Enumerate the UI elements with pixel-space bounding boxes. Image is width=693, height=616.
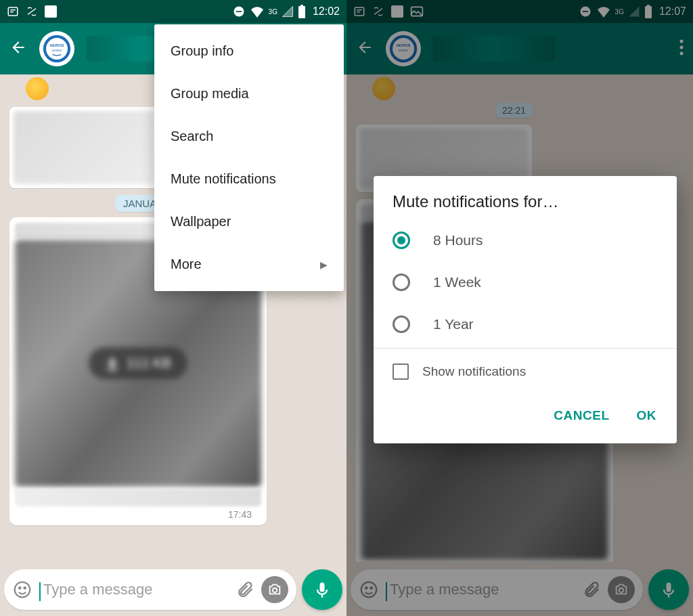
svg-point-10 bbox=[19, 587, 21, 589]
notification-icon bbox=[7, 5, 19, 18]
menu-group-media[interactable]: Group media bbox=[154, 72, 344, 115]
battery-icon bbox=[298, 5, 306, 18]
svg-text:ESSEN: ESSEN bbox=[52, 49, 62, 52]
dnd-icon bbox=[232, 5, 246, 18]
network-label: 3G bbox=[269, 9, 277, 15]
menu-mute-notifications[interactable]: Mute notifications bbox=[154, 158, 344, 200]
screenshot-left: 3G 12:02 HEROSESSEN JANUA bbox=[0, 0, 346, 616]
option-1-week[interactable]: 1 Week bbox=[374, 261, 677, 303]
svg-text:HEROS: HEROS bbox=[50, 43, 64, 47]
show-notifications-row[interactable]: Show notifications bbox=[374, 349, 677, 395]
group-avatar[interactable]: HEROSESSEN bbox=[39, 31, 74, 66]
radio-icon bbox=[393, 273, 410, 291]
option-8-hours[interactable]: 8 Hours bbox=[374, 219, 677, 261]
menu-wallpaper[interactable]: Wallpaper bbox=[154, 200, 344, 243]
status-bar: 3G 12:02 bbox=[0, 0, 346, 23]
camera-icon[interactable] bbox=[261, 576, 288, 603]
menu-group-info[interactable]: Group info bbox=[154, 30, 344, 72]
emoji-icon[interactable] bbox=[12, 579, 32, 600]
download-button[interactable]: 111 KB bbox=[89, 347, 187, 379]
message-time: 17:43 bbox=[15, 506, 261, 520]
radio-selected-icon bbox=[393, 232, 410, 249]
notification-square-icon bbox=[45, 5, 57, 18]
message-input-bar[interactable]: Type a message bbox=[4, 569, 296, 610]
option-1-year[interactable]: 1 Year bbox=[374, 303, 677, 345]
menu-search[interactable]: Search bbox=[154, 115, 344, 158]
svg-point-12 bbox=[273, 588, 277, 592]
svg-rect-2 bbox=[236, 11, 241, 12]
svg-point-11 bbox=[24, 587, 26, 589]
mute-dialog: Mute notifications for… 8 Hours 1 Week 1… bbox=[374, 176, 677, 443]
status-clock: 12:02 bbox=[313, 5, 340, 18]
download-size: 111 KB bbox=[127, 355, 171, 371]
message-bubble[interactable] bbox=[9, 107, 158, 188]
composer: Type a message bbox=[4, 569, 342, 611]
overflow-menu: Group info Group media Search Mute notif… bbox=[154, 24, 344, 291]
mic-button[interactable] bbox=[302, 569, 342, 610]
cancel-button[interactable]: CANCEL bbox=[550, 403, 613, 428]
back-icon[interactable] bbox=[9, 39, 27, 59]
message-input[interactable]: Type a message bbox=[39, 581, 229, 598]
wifi-icon bbox=[250, 5, 265, 18]
dialog-title: Mute notifications for… bbox=[374, 192, 677, 219]
menu-more[interactable]: More ▶ bbox=[154, 243, 344, 286]
svg-rect-3 bbox=[298, 6, 305, 18]
attach-icon[interactable] bbox=[236, 580, 254, 599]
notification-icon-2 bbox=[26, 5, 38, 18]
svg-point-9 bbox=[15, 582, 30, 598]
avatar-emoji bbox=[26, 77, 49, 100]
screenshot-right: 3G 12:07 HEROSESSEN 22:21 bbox=[346, 0, 693, 616]
svg-rect-4 bbox=[300, 5, 303, 6]
radio-icon bbox=[393, 315, 410, 333]
checkbox-icon bbox=[393, 364, 409, 380]
chevron-right-icon: ▶ bbox=[320, 259, 328, 270]
ok-button[interactable]: OK bbox=[633, 403, 661, 428]
signal-icon bbox=[282, 5, 294, 18]
